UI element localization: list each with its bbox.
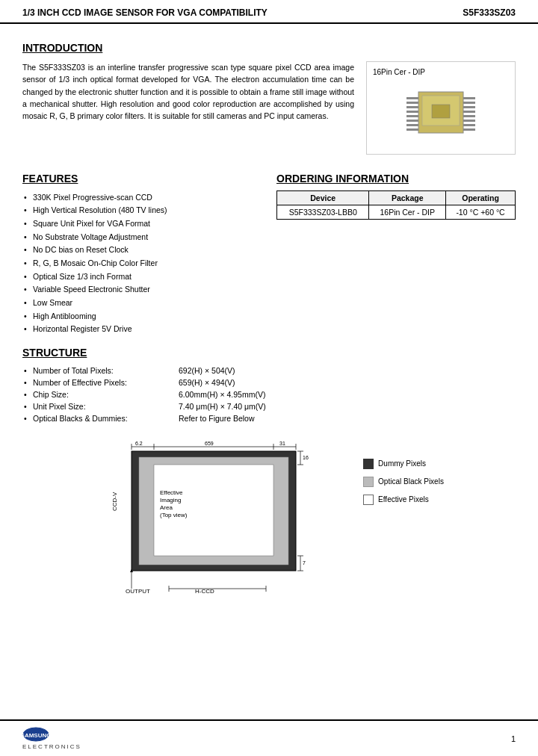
svg-text:Area: Area [160, 504, 173, 511]
svg-rect-17 [463, 124, 475, 126]
svg-text:31: 31 [279, 441, 285, 446]
legend-label-dummy: Dummy Pixels [378, 459, 426, 468]
svg-text:6.2: 6.2 [135, 441, 143, 446]
cell-package: 16Pin Cer - DIP [369, 205, 446, 220]
features-list: 330K Pixel Progressive-scan CCD High Ver… [22, 190, 262, 336]
samsung-logo-icon: SAMSUNG [22, 727, 49, 742]
chip-svg [396, 81, 486, 148]
electronics-label: ELECTRONICS [22, 743, 81, 750]
list-item: No Substrate Voltage Adjustment [22, 230, 262, 244]
svg-text:7: 7 [303, 560, 306, 566]
list-item: Unit Pixel Size: 7.40 μm(H) × 7.40 μm(V) [22, 400, 516, 412]
legend-box-dark [363, 459, 374, 469]
structure-section: STRUCTURE Number of Total Pixels: 692(H)… [22, 347, 516, 424]
introduction-section: The S5F333SZ03 is an interline transfer … [22, 61, 516, 155]
svg-text:CCD-V: CCD-V [111, 492, 118, 511]
table-row: S5F333SZ03-LBB0 16Pin Cer - DIP -10 °C +… [277, 205, 516, 220]
list-item: Square Unit Pixel for VGA Format [22, 217, 262, 230]
footer-page: 1 [511, 734, 516, 743]
svg-rect-14 [463, 111, 475, 113]
struct-value: 692(H) × 504(V) [179, 366, 516, 375]
legend-box-gray [363, 477, 374, 487]
svg-rect-8 [406, 120, 418, 122]
legend-box-white [363, 495, 374, 505]
struct-label: Number of Effective Pixels: [33, 378, 171, 387]
svg-rect-2 [432, 105, 450, 118]
list-item: Chip Size: 6.00mm(H) × 4.95mm(V) [22, 388, 516, 400]
list-item: High Vertical Resolution (480 TV lines) [22, 204, 262, 217]
struct-label: Number of Total Pixels: [33, 366, 171, 375]
struct-value: Refer to Figure Below [179, 414, 516, 423]
footer-logo: SAMSUNG ELECTRONICS [22, 727, 81, 750]
svg-rect-7 [406, 115, 418, 117]
svg-text:OUTPUT: OUTPUT [126, 588, 150, 595]
struct-label: Optical Blacks & Dummies: [33, 414, 171, 423]
svg-rect-12 [463, 102, 475, 104]
list-item: Horizontal Register 5V Drive [22, 323, 262, 336]
svg-text:SAMSUNG: SAMSUNG [22, 732, 49, 739]
svg-rect-11 [463, 97, 475, 99]
features-ordering-row: FEATURES 330K Pixel Progressive-scan CCD… [22, 162, 516, 336]
list-item: High Antiblooming [22, 309, 262, 323]
legend-area: Dummy Pixels Optical Black Pixels Effect… [363, 459, 444, 505]
page: 1/3 INCH CCD IMAGE SENSOR FOR VGA COMPAT… [0, 0, 538, 756]
svg-rect-10 [406, 128, 418, 131]
header: 1/3 INCH CCD IMAGE SENSOR FOR VGA COMPAT… [0, 0, 538, 24]
chip-image-box: 16Pin Cer - DIP [366, 61, 516, 155]
svg-text:16: 16 [303, 455, 309, 460]
legend-item-optical: Optical Black Pixels [363, 477, 444, 487]
list-item: Number of Total Pixels: 692(H) × 504(V) [22, 365, 516, 377]
diagram-svg-container: Effective Imaging Area (Top view) 6.2 65… [94, 436, 348, 602]
list-item: Optical Size 1/3 inch Format [22, 270, 262, 283]
list-item: 330K Pixel Progressive-scan CCD [22, 190, 262, 204]
cell-operating: -10 °C +60 °C [446, 205, 516, 220]
svg-text:Imaging: Imaging [160, 497, 181, 504]
svg-rect-18 [463, 128, 475, 131]
struct-label: Unit Pixel Size: [33, 402, 171, 411]
list-item: R, G, B Mosaic On-Chip Color Filter [22, 256, 262, 270]
list-item: Optical Blacks & Dummies: Refer to Figur… [22, 412, 516, 424]
header-model: S5F333SZ03 [463, 7, 516, 18]
structure-title: STRUCTURE [22, 347, 516, 359]
header-title: 1/3 INCH CCD IMAGE SENSOR FOR VGA COMPAT… [22, 7, 268, 18]
struct-label: Chip Size: [33, 390, 171, 399]
list-item: Number of Effective Pixels: 659(H) × 494… [22, 377, 516, 388]
struct-value: 6.00mm(H) × 4.95mm(V) [179, 390, 516, 399]
legend-label-optical: Optical Black Pixels [378, 477, 444, 486]
svg-rect-5 [406, 106, 418, 108]
chip-image-label: 16Pin Cer - DIP [373, 68, 425, 76]
features-title: FEATURES [22, 173, 262, 185]
ordering-table: Device Package Operating S5F333SZ03-LBB0… [276, 190, 516, 220]
svg-text:(Top view): (Top view) [160, 512, 188, 518]
col-operating: Operating [446, 191, 516, 205]
list-item: No DC bias on Reset Clock [22, 244, 262, 257]
structure-list: Number of Total Pixels: 692(H) × 504(V) … [22, 365, 516, 424]
svg-text:659: 659 [205, 441, 214, 446]
svg-rect-6 [406, 111, 418, 113]
cell-device: S5F333SZ03-LBB0 [277, 205, 369, 220]
list-item: Low Smear [22, 297, 262, 310]
structure-diagram: Effective Imaging Area (Top view) 6.2 65… [94, 436, 348, 601]
svg-text:Effective: Effective [160, 489, 183, 496]
footer: SAMSUNG ELECTRONICS 1 [0, 719, 538, 756]
svg-rect-16 [463, 120, 475, 122]
features-column: FEATURES 330K Pixel Progressive-scan CCD… [22, 162, 262, 336]
legend-label-effective: Effective Pixels [378, 495, 429, 504]
svg-rect-9 [406, 124, 418, 126]
legend-item-effective: Effective Pixels [363, 495, 444, 505]
content: INTRODUCTION The S5F333SZ03 is an interl… [0, 24, 538, 610]
ordering-title: ORDERING INFORMATION [276, 173, 516, 185]
col-package: Package [369, 191, 446, 205]
legend-item-dummy: Dummy Pixels [363, 459, 444, 469]
list-item: Variable Speed Electronic Shutter [22, 283, 262, 297]
struct-value: 7.40 μm(H) × 7.40 μm(V) [179, 402, 516, 411]
col-device: Device [277, 191, 369, 205]
svg-rect-15 [463, 115, 475, 117]
svg-rect-13 [463, 106, 475, 108]
diagram-area: Effective Imaging Area (Top view) 6.2 65… [22, 436, 516, 602]
svg-rect-3 [406, 97, 418, 99]
introduction-body: The S5F333SZ03 is an interline transfer … [22, 61, 354, 155]
struct-value: 659(H) × 494(V) [179, 378, 516, 387]
svg-rect-4 [406, 102, 418, 104]
ordering-column: ORDERING INFORMATION Device Package Oper… [276, 162, 516, 336]
